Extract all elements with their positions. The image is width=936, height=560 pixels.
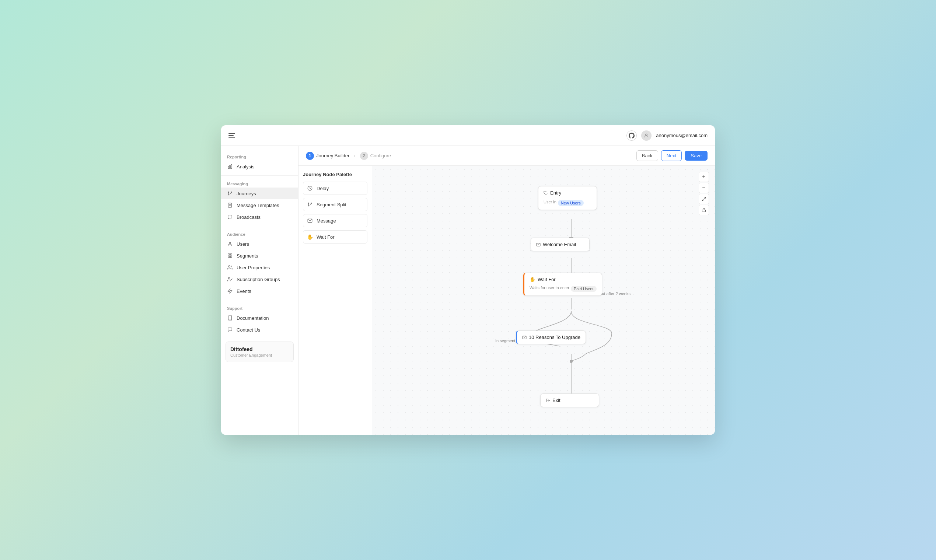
sidebar-label-contact-us: Contact Us — [237, 327, 260, 333]
sidebar-label-analysis: Analysis — [237, 164, 254, 169]
hand-icon: ✋ — [307, 234, 313, 240]
zoom-out-button[interactable]: − — [699, 183, 709, 193]
grid-icon — [227, 253, 233, 258]
flow-canvas: Entry User in New Users W — [372, 166, 715, 435]
header: anonymous@email.com — [221, 125, 715, 146]
step2-indicator: 2 Configure — [360, 152, 391, 160]
lock-button[interactable] — [699, 205, 709, 215]
node-welcome-title: Welcome Email — [536, 242, 584, 247]
node-exit[interactable]: Exit — [540, 394, 599, 407]
node-wait-for[interactable]: ✋ Wait For Waits for user to enter Paid … — [523, 272, 602, 296]
sidebar-label-journeys: Journeys — [237, 191, 256, 196]
node-10-reasons[interactable]: 10 Reasons To Upgrade — [516, 331, 586, 344]
sidebar: Reporting Analysis Messaging — [221, 146, 299, 435]
app-window: anonymous@email.com Reporting Analysis M… — [221, 125, 715, 435]
svg-line-34 — [702, 199, 704, 201]
palette-item-wait-for[interactable]: ✋ Wait For — [303, 230, 367, 243]
palette-label-delay: Delay — [317, 186, 329, 191]
zoom-in-button[interactable]: + — [699, 172, 709, 182]
palette-title: Journey Node Palette — [303, 172, 367, 177]
svg-rect-13 — [230, 254, 232, 255]
svg-point-22 — [308, 203, 309, 203]
svg-point-11 — [229, 242, 231, 244]
svg-point-20 — [308, 205, 309, 206]
palette-item-message[interactable]: Message — [303, 214, 367, 227]
sidebar-section-reporting: Reporting — [221, 152, 298, 161]
palette-label-message: Message — [317, 218, 336, 224]
message-circle-icon — [227, 327, 233, 333]
canvas-controls: + − — [699, 172, 709, 215]
sidebar-item-segments[interactable]: Segments — [221, 250, 298, 262]
node-welcome-email[interactable]: Welcome Email — [531, 238, 590, 251]
node-exit-title: Exit — [546, 397, 594, 403]
user-check-icon — [227, 276, 233, 282]
svg-point-0 — [646, 134, 647, 135]
palette-label-segment-split: Segment Split — [317, 202, 346, 208]
sidebar-section-audience: Audience — [221, 229, 298, 238]
sidebar-section-messaging: Messaging — [221, 179, 298, 188]
header-right: anonymous@email.com — [627, 131, 708, 141]
step2-number: 2 — [360, 152, 368, 160]
git-fork-icon — [307, 202, 313, 208]
sidebar-item-analysis[interactable]: Analysis — [221, 161, 298, 172]
sidebar-item-users[interactable]: Users — [221, 238, 298, 250]
palette-item-segment-split[interactable]: Segment Split — [303, 198, 367, 211]
sidebar-label-users: Users — [237, 241, 249, 247]
sidebar-item-user-properties[interactable]: User Properties — [221, 262, 298, 273]
header-left — [228, 132, 236, 139]
entry-badge: New Users — [558, 200, 584, 206]
merge-point — [570, 360, 573, 363]
sidebar-label-message-templates: Message Templates — [237, 203, 279, 208]
node-10reasons-title: 10 Reasons To Upgrade — [522, 334, 580, 340]
sidebar-label-broadcasts: Broadcasts — [237, 214, 260, 220]
svg-rect-1 — [228, 166, 229, 168]
svg-point-17 — [228, 277, 230, 279]
sidebar-item-documentation[interactable]: Documentation — [221, 312, 298, 324]
node-entry[interactable]: Entry User in New Users — [538, 186, 597, 210]
svg-point-4 — [228, 194, 229, 195]
node-entry-title: Entry — [543, 190, 591, 195]
sidebar-label-user-properties: User Properties — [237, 265, 270, 271]
megaphone-icon — [227, 214, 233, 220]
sidebar-label-subscription-groups: Subscription Groups — [237, 277, 280, 282]
sidebar-section-support: Support — [221, 303, 298, 312]
svg-point-6 — [228, 192, 229, 192]
palette-item-delay[interactable]: Delay — [303, 182, 367, 195]
back-button[interactable]: Back — [636, 150, 658, 161]
sidebar-item-events[interactable]: Events — [221, 285, 298, 297]
zap-icon — [227, 288, 233, 294]
sidebar-item-contact-us[interactable]: Contact Us — [221, 324, 298, 335]
git-branch-icon — [227, 191, 233, 196]
sidebar-item-subscription-groups[interactable]: Subscription Groups — [221, 273, 298, 285]
step-separator: › — [354, 153, 355, 158]
svg-rect-2 — [229, 165, 230, 168]
palette-label-wait-for: Wait For — [317, 234, 335, 240]
user-email: anonymous@email.com — [656, 132, 708, 138]
node-waitfor-title: ✋ Wait For — [530, 277, 597, 282]
svg-point-5 — [231, 192, 231, 192]
sidebar-item-journeys[interactable]: Journeys — [221, 188, 298, 199]
canvas-wrapper: Journey Node Palette Delay — [299, 166, 715, 435]
svg-line-33 — [704, 197, 706, 199]
brand-name: Dittofeed — [230, 346, 289, 352]
sidebar-label-segments: Segments — [237, 253, 258, 258]
user-avatar[interactable] — [641, 131, 651, 141]
svg-rect-12 — [228, 254, 229, 255]
sidebar-item-broadcasts[interactable]: Broadcasts — [221, 211, 298, 223]
svg-marker-18 — [228, 289, 232, 293]
menu-icon[interactable] — [228, 132, 236, 139]
users-icon — [227, 265, 233, 271]
svg-rect-35 — [702, 210, 706, 212]
fit-button[interactable] — [699, 194, 709, 204]
svg-rect-15 — [230, 256, 232, 257]
github-icon[interactable] — [627, 131, 637, 141]
save-button[interactable]: Save — [685, 151, 708, 161]
mail-icon — [307, 218, 313, 224]
next-button[interactable]: Next — [661, 150, 682, 161]
svg-rect-14 — [228, 256, 229, 257]
user-icon — [227, 241, 233, 247]
path-label-in-segment: In segment — [494, 338, 517, 343]
node-waitfor-subtext: Waits for user to enter Paid Users — [530, 284, 597, 292]
sidebar-label-events: Events — [237, 288, 251, 294]
sidebar-item-message-templates[interactable]: Message Templates — [221, 199, 298, 211]
